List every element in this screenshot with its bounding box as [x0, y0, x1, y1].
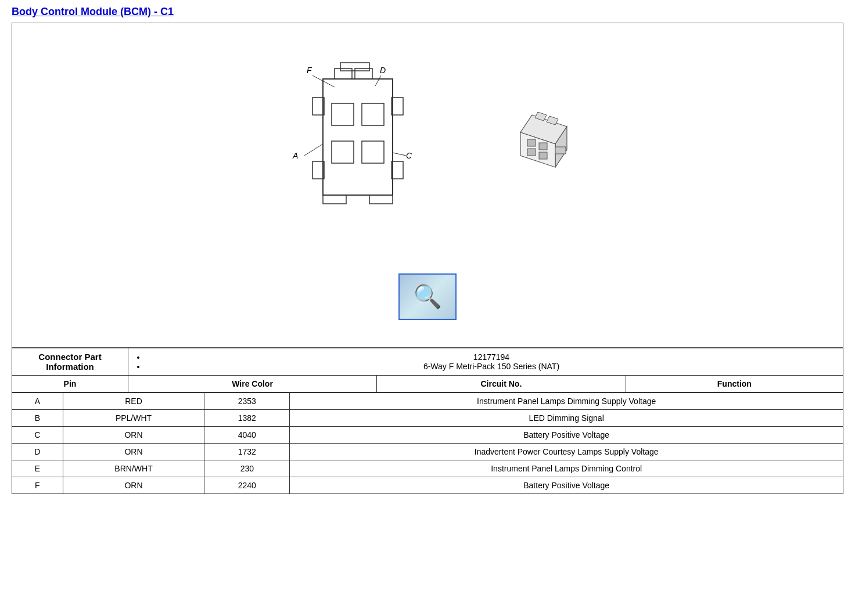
- svg-text:D: D: [380, 66, 386, 75]
- table-row: CORN4040Battery Positive Voltage: [12, 427, 843, 444]
- svg-text:C: C: [406, 151, 412, 160]
- svg-rect-7: [323, 79, 393, 195]
- cell-circuit_no: 4040: [204, 427, 290, 444]
- cell-function: LED Dimming Signal: [290, 410, 843, 427]
- cell-circuit_no: 230: [204, 460, 290, 477]
- cell-circuit_no: 1382: [204, 410, 290, 427]
- cell-pin: C: [12, 427, 63, 444]
- cell-wire_color: BRN/WHT: [63, 460, 204, 477]
- cell-circuit_no: 1732: [204, 444, 290, 460]
- svg-rect-15: [362, 103, 384, 125]
- connector-3d-drawing: [497, 103, 590, 198]
- col-header-pin: Pin: [12, 376, 128, 392]
- cell-pin: F: [12, 477, 63, 494]
- table-row: BPPL/WHT1382LED Dimming Signal: [12, 410, 843, 427]
- svg-rect-28: [539, 143, 547, 150]
- table-row: ARED2353Instrument Panel Lamps Dimming S…: [12, 393, 843, 410]
- magnifier-icon: 🔍: [413, 283, 442, 310]
- svg-line-20: [304, 144, 323, 156]
- cell-function: Inadvertent Power Courtesy Lamps Supply …: [290, 444, 843, 460]
- cell-pin: D: [12, 444, 63, 460]
- svg-rect-12: [323, 195, 346, 204]
- cell-wire_color: RED: [63, 393, 204, 410]
- svg-text:A: A: [292, 151, 298, 160]
- connector-info-value: 12177194 6-Way F Metri-Pack 150 Series (…: [128, 348, 843, 376]
- svg-rect-29: [527, 149, 536, 156]
- table-row: EBRN/WHT230Instrument Panel Lamps Dimmin…: [12, 460, 843, 477]
- svg-rect-16: [332, 141, 354, 163]
- cell-function: Instrument Panel Lamps Dimming Control: [290, 460, 843, 477]
- cell-pin: A: [12, 393, 63, 410]
- cell-wire_color: ORN: [63, 477, 204, 494]
- svg-rect-17: [362, 141, 384, 163]
- cell-circuit_no: 2240: [204, 477, 290, 494]
- connector-drawing: F D A C: [265, 51, 451, 250]
- svg-rect-13: [369, 195, 393, 204]
- svg-rect-14: [332, 103, 354, 125]
- cell-wire_color: PPL/WHT: [63, 410, 204, 427]
- cell-pin: E: [12, 460, 63, 477]
- cell-pin: B: [12, 410, 63, 427]
- connector-info-label: Connector Part Information: [12, 348, 128, 376]
- svg-text:F: F: [307, 66, 312, 75]
- diagram-container: F D A C: [12, 23, 843, 348]
- cell-wire_color: ORN: [63, 444, 204, 460]
- table-row: DORN1732Inadvertent Power Courtesy Lamps…: [12, 444, 843, 460]
- cell-function: Battery Positive Voltage: [290, 427, 843, 444]
- svg-rect-31: [555, 147, 566, 154]
- connector-table: Connector Part Information 12177194 6-Wa…: [12, 348, 843, 392]
- table-row: FORN2240Battery Positive Voltage: [12, 477, 843, 494]
- cell-function: Battery Positive Voltage: [290, 477, 843, 494]
- svg-rect-27: [527, 139, 536, 146]
- col-header-function: Function: [626, 376, 843, 392]
- col-header-circuit-no: Circuit No.: [377, 376, 626, 392]
- cell-function: Instrument Panel Lamps Dimming Supply Vo…: [290, 393, 843, 410]
- svg-rect-4: [335, 69, 352, 79]
- svg-rect-30: [539, 152, 547, 159]
- cell-circuit_no: 2353: [204, 393, 290, 410]
- cell-wire_color: ORN: [63, 427, 204, 444]
- svg-line-19: [375, 75, 381, 86]
- connector-data-table: ARED2353Instrument Panel Lamps Dimming S…: [12, 392, 843, 494]
- svg-line-21: [393, 153, 406, 156]
- page-title: Body Control Module (BCM) - C1: [12, 6, 843, 18]
- magnifier-button[interactable]: 🔍: [398, 273, 457, 320]
- col-header-wire-color: Wire Color: [128, 376, 377, 392]
